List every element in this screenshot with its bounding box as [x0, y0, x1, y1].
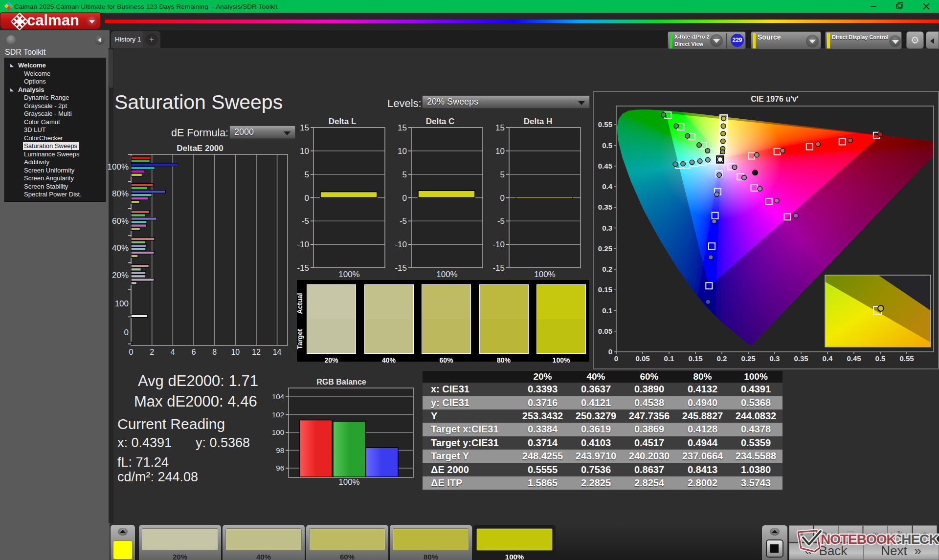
svg-text:14: 14 — [273, 348, 282, 356]
svg-text:12: 12 — [252, 348, 261, 356]
svg-text:0.55: 0.55 — [899, 354, 914, 363]
svg-text:5: 5 — [305, 170, 309, 179]
svg-text:15: 15 — [398, 123, 407, 132]
svg-text:40%: 40% — [112, 243, 129, 253]
svg-text:100%: 100% — [338, 270, 359, 279]
svg-text:-15: -15 — [395, 263, 407, 273]
svg-text:-15: -15 — [492, 263, 505, 273]
svg-text:Delta H: Delta H — [524, 117, 553, 126]
svg-text:100%: 100% — [338, 477, 359, 487]
svg-text:60%: 60% — [112, 216, 129, 226]
svg-text:5: 5 — [500, 170, 505, 179]
svg-text:-15: -15 — [297, 263, 309, 273]
svg-text:96: 96 — [276, 464, 284, 472]
svg-text:CIE 1976 u'v': CIE 1976 u'v' — [751, 95, 798, 103]
svg-text:0: 0 — [614, 354, 618, 363]
svg-text:0.55: 0.55 — [598, 120, 612, 129]
svg-text:0.4: 0.4 — [823, 354, 833, 363]
svg-text:0: 0 — [305, 194, 309, 203]
svg-text:80%: 80% — [112, 189, 129, 198]
svg-text:0.3: 0.3 — [602, 224, 612, 232]
svg-text:-10: -10 — [395, 240, 407, 249]
svg-text:0: 0 — [402, 194, 407, 203]
svg-text:NOTEBOOK: NOTEBOOK — [821, 532, 896, 547]
svg-text:0.3: 0.3 — [770, 354, 780, 363]
svg-text:0.35: 0.35 — [794, 354, 808, 363]
svg-text:Delta C: Delta C — [426, 117, 455, 126]
svg-text:15: 15 — [495, 123, 505, 132]
svg-text:100%: 100% — [436, 270, 457, 279]
svg-text:0.35: 0.35 — [598, 203, 612, 211]
svg-text:RGB Balance: RGB Balance — [316, 378, 366, 386]
svg-text:-5: -5 — [302, 216, 309, 226]
svg-text:0.5: 0.5 — [602, 141, 612, 150]
svg-text:DeltaE 2000: DeltaE 2000 — [177, 144, 223, 153]
svg-text:2: 2 — [150, 348, 154, 356]
svg-text:0: 0 — [608, 347, 612, 356]
svg-text:0.4: 0.4 — [602, 182, 613, 191]
svg-text:0.45: 0.45 — [598, 162, 612, 170]
svg-text:104: 104 — [272, 392, 284, 401]
svg-text:0.15: 0.15 — [688, 354, 702, 363]
svg-text:20%: 20% — [112, 271, 129, 280]
svg-text:0.1: 0.1 — [602, 306, 612, 315]
svg-text:100: 100 — [272, 428, 284, 436]
svg-text:CHECK: CHECK — [892, 532, 939, 547]
svg-text:98: 98 — [276, 446, 284, 454]
svg-text:0.25: 0.25 — [741, 354, 755, 363]
svg-text:0.45: 0.45 — [847, 354, 861, 363]
svg-text:0.05: 0.05 — [635, 354, 649, 363]
svg-text:0: 0 — [500, 194, 505, 203]
svg-text:4: 4 — [171, 348, 175, 356]
svg-text:0.05: 0.05 — [598, 327, 612, 335]
svg-text:5: 5 — [402, 170, 407, 179]
svg-text:10: 10 — [231, 348, 240, 356]
svg-text:0.2: 0.2 — [717, 354, 727, 363]
svg-text:100: 100 — [115, 299, 129, 308]
svg-text:-5: -5 — [400, 216, 407, 226]
svg-text:100%: 100% — [108, 162, 129, 172]
svg-text:-10: -10 — [297, 240, 309, 249]
svg-text:Delta L: Delta L — [329, 117, 357, 126]
svg-text:0: 0 — [129, 348, 134, 356]
svg-text:10: 10 — [300, 147, 309, 156]
svg-text:-5: -5 — [497, 216, 505, 226]
svg-text:-10: -10 — [492, 240, 505, 249]
svg-text:0.1: 0.1 — [664, 354, 674, 363]
svg-text:0.25: 0.25 — [598, 244, 612, 253]
svg-text:0: 0 — [124, 328, 129, 337]
svg-text:8: 8 — [212, 348, 217, 356]
svg-text:10: 10 — [495, 147, 505, 156]
svg-text:102: 102 — [272, 410, 284, 419]
svg-text:10: 10 — [398, 147, 407, 156]
svg-text:6: 6 — [192, 348, 196, 356]
svg-text:0.2: 0.2 — [602, 265, 612, 273]
svg-text:100%: 100% — [534, 270, 555, 279]
svg-text:0.5: 0.5 — [875, 354, 886, 363]
svg-text:15: 15 — [300, 123, 309, 132]
svg-text:0.15: 0.15 — [598, 285, 612, 294]
